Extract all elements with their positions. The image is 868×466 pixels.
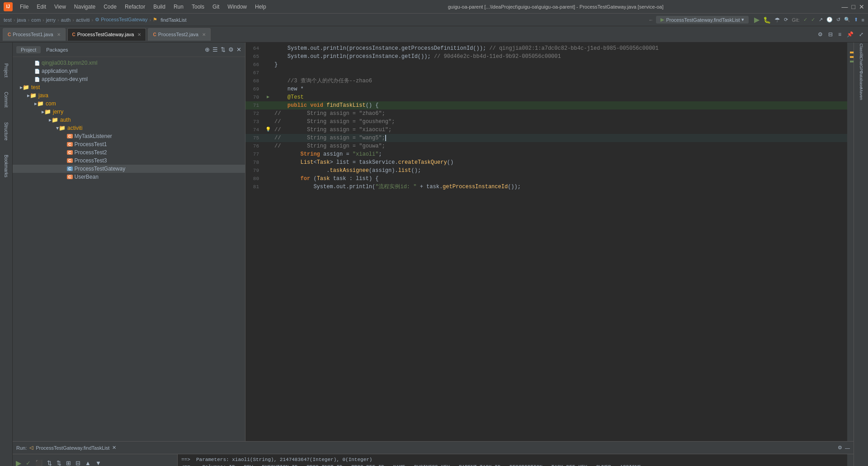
java-file-icon: C (67, 134, 73, 138)
list-item[interactable]: ▸ 📁 java (13, 91, 245, 100)
debug-button[interactable]: 🐛 (763, 16, 771, 24)
menu-item-tools[interactable]: Tools (188, 3, 208, 11)
chatgpt-icon[interactable]: ChatGPT (855, 59, 868, 71)
code-content[interactable]: 64 System.out.println(processInstance.ge… (245, 43, 847, 441)
code-area[interactable]: 64 System.out.println(processInstance.ge… (245, 43, 847, 441)
more-button[interactable]: ≡ (862, 17, 864, 23)
menu-item-code[interactable]: Code (100, 3, 120, 11)
tab-split[interactable]: ⊟ (826, 29, 835, 39)
run-expand-btn[interactable]: ⊞ (65, 459, 72, 466)
git-arrow[interactable]: ↗ (819, 17, 823, 23)
folder-icon: 📁 (23, 84, 29, 90)
list-item[interactable]: ▸ 📁 jerry (13, 108, 245, 116)
run-config-name[interactable]: ProcessTestGateway.findTaskList (36, 445, 109, 451)
breadcrumb-method[interactable]: ⚑ (153, 17, 157, 23)
panel-tab-packages[interactable]: Packages (42, 46, 72, 53)
run-next-btn[interactable]: ▼ (94, 459, 103, 466)
undo-button[interactable]: ↺ (836, 17, 840, 23)
project-icon[interactable]: Project (3, 61, 9, 80)
git-check1[interactable]: ✓ (803, 17, 807, 23)
list-item[interactable]: 📄 application-dev.yml (13, 75, 245, 83)
menu-item-window[interactable]: Window (224, 3, 250, 11)
list-item[interactable]: ▸ 📁 test (13, 83, 245, 91)
run-rerun-failed-btn[interactable]: ⇅ (55, 459, 63, 466)
list-item[interactable]: 📄 application.yml (13, 67, 245, 75)
menu-item-build[interactable]: Build (150, 3, 169, 11)
run-stop-btn[interactable]: ⬛ (34, 459, 44, 466)
git-clock[interactable]: 🕐 (826, 17, 833, 23)
run-rerun-btn[interactable]: ⇅ (46, 459, 53, 466)
structure-icon[interactable]: Structure (3, 119, 9, 143)
run-settings[interactable]: ⚙ (838, 445, 842, 451)
menu-item-file[interactable]: File (16, 3, 32, 11)
run-button[interactable]: ▶ (754, 15, 760, 24)
tab-processtest2[interactable]: C ProcessTest2.java ✕ (148, 28, 211, 41)
list-item[interactable]: C ProcessTest1 (13, 140, 245, 148)
commit-icon[interactable]: Commit (3, 89, 9, 110)
upload-button[interactable]: ⬆ (854, 17, 858, 23)
breadcrumb-item[interactable]: com (31, 17, 41, 23)
run-gutter-icon[interactable]: ▶ (267, 93, 269, 101)
sync-icon[interactable]: ⊕ (205, 46, 210, 53)
breadcrumb-item[interactable]: activiti (76, 17, 90, 23)
database-icon[interactable]: Database (855, 73, 868, 86)
sort-icon[interactable]: ⇅ (221, 46, 226, 53)
breadcrumb-item[interactable]: auth (61, 17, 71, 23)
run-test-tree: ▶ ✓ ⬛ ⇅ ⇅ ⊞ ⊟ ▲ ▼ ✓ Tests passed: 1 of 1… (13, 454, 178, 466)
collapse-icon[interactable]: ☰ (212, 46, 218, 53)
tab-processtestgateway[interactable]: C ProcessTestGateway.java ✕ (67, 28, 146, 41)
tab-close[interactable]: ✕ (137, 32, 141, 37)
run-collapse-btn[interactable]: ⊟ (74, 459, 82, 466)
breadcrumb-item[interactable]: jerry (46, 17, 56, 23)
coverage-button[interactable]: ☂ (774, 16, 780, 24)
more-run[interactable]: ⟳ (784, 17, 788, 23)
list-item[interactable]: C ProcessTest3 (13, 157, 245, 165)
classlib-icon[interactable]: Classlib (855, 44, 868, 57)
run-config-dropdown[interactable]: ▾ (741, 17, 744, 23)
list-item[interactable]: ▾ 📁 activiti (13, 124, 245, 132)
tab-close[interactable]: ✕ (57, 32, 61, 37)
menu-item-run[interactable]: Run (170, 3, 187, 11)
git-check2[interactable]: ✓ (811, 17, 815, 23)
menu-item-git[interactable]: Git (209, 3, 223, 11)
search-button[interactable]: 🔍 (844, 17, 850, 23)
list-item[interactable]: 📄 qingjia003.bpmn20.xml (13, 59, 245, 67)
menu-item-help[interactable]: Help (251, 3, 270, 11)
menu-item-edit[interactable]: Edit (33, 3, 50, 11)
tab-pin[interactable]: 📌 (845, 29, 855, 39)
list-item[interactable]: ▸ 📁 auth (13, 116, 245, 124)
filter-icon[interactable]: ⚙ (228, 46, 234, 53)
list-item[interactable]: C ProcessTest2 (13, 148, 245, 157)
run-tab-close[interactable]: ✕ (112, 445, 116, 451)
tab-icon: C (8, 32, 11, 37)
menu-item-navigate[interactable]: Navigate (71, 3, 99, 11)
tab-close[interactable]: ✕ (202, 32, 206, 37)
run-prev-btn[interactable]: ▲ (84, 459, 92, 466)
run-play-btn[interactable]: ▶ (14, 458, 23, 466)
tab-more[interactable]: ≡ (836, 29, 843, 39)
breadcrumb-run-btn[interactable]: ← ▶ ProcessTestGateway.findTaskList ▾ (648, 16, 749, 24)
minimize-button[interactable]: — (842, 3, 848, 10)
bookmarks-icon[interactable]: Bookmarks (3, 152, 9, 180)
panel-tab-project[interactable]: Project (16, 46, 41, 53)
expand-editor[interactable]: ⤢ (857, 29, 865, 39)
breadcrumb-item[interactable]: test (4, 17, 12, 23)
tab-icon: C (153, 32, 156, 37)
close-panel-icon[interactable]: ✕ (236, 46, 241, 53)
list-item[interactable]: ▸ 📁 com (13, 100, 245, 108)
menu-item-view[interactable]: View (51, 3, 70, 11)
list-item[interactable]: C ProcessTestGateway (13, 165, 245, 173)
run-checkmark-btn[interactable]: ✓ (24, 459, 32, 466)
list-item[interactable]: C MyTaskListener (13, 132, 245, 140)
run-minimize[interactable]: — (845, 445, 850, 451)
list-item[interactable]: C UserBean (13, 173, 245, 181)
maximize-button[interactable]: □ (852, 3, 855, 10)
menu-item-refactor[interactable]: Refactor (121, 3, 149, 11)
tab-settings[interactable]: ⚙ (816, 29, 825, 39)
maven-icon[interactable]: Maven (855, 88, 868, 100)
breadcrumb-class[interactable]: ⚙ ProcessTestGateway (95, 17, 147, 23)
tab-processtest1[interactable]: C ProcessTest1.java ✕ (3, 28, 66, 41)
close-button[interactable]: ✕ (859, 3, 864, 10)
titlebar-controls: — □ ✕ (842, 3, 864, 10)
breadcrumb-item[interactable]: java (17, 17, 26, 23)
